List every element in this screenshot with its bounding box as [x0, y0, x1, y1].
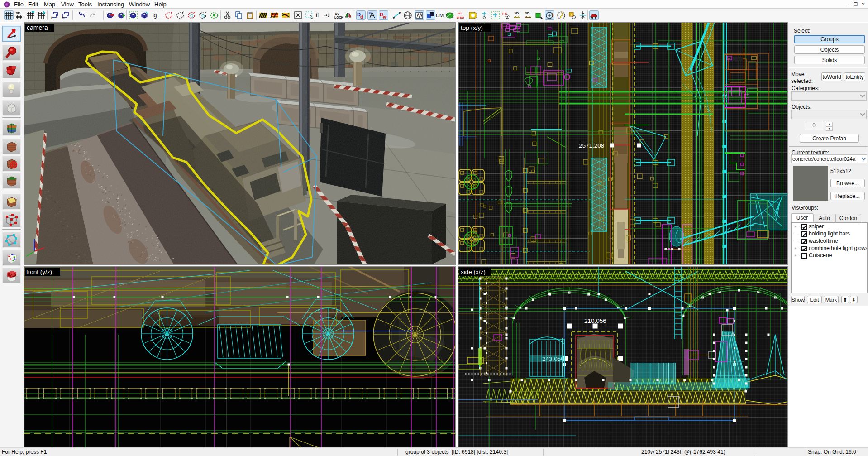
svg-text:UV: UV	[335, 12, 339, 15]
svg-text:2571.208: 2571.208	[579, 142, 604, 149]
svg-text:2D: 2D	[514, 11, 519, 15]
svg-text:T: T	[570, 13, 572, 17]
svg-text:top (x/y): top (x/y)	[461, 24, 483, 31]
svg-text:LOCK: LOCK	[334, 16, 343, 19]
svg-text:CM: CM	[436, 13, 444, 18]
svg-text:w: w	[382, 14, 387, 19]
svg-text:L: L	[51, 16, 53, 20]
svg-text:3D: 3D	[16, 11, 20, 15]
svg-text:camera: camera	[27, 24, 48, 31]
svg-text:ig: ig	[153, 12, 157, 19]
svg-text:Q: Q	[190, 14, 193, 18]
svg-text:210.056: 210.056	[584, 317, 606, 324]
svg-text:S: S	[62, 16, 65, 20]
svg-text:front (y/z): front (y/z)	[26, 269, 52, 275]
svg-text:no: no	[458, 12, 462, 15]
svg-text:↦tl: ↦tl	[324, 13, 329, 18]
svg-text:3D: 3D	[525, 11, 529, 15]
svg-text:tl: tl	[316, 12, 319, 19]
svg-text:d: d	[360, 14, 363, 19]
svg-text:side (x/z): side (x/z)	[461, 269, 486, 275]
svg-text:draw: draw	[457, 16, 464, 19]
svg-text:Q: Q	[201, 14, 205, 18]
